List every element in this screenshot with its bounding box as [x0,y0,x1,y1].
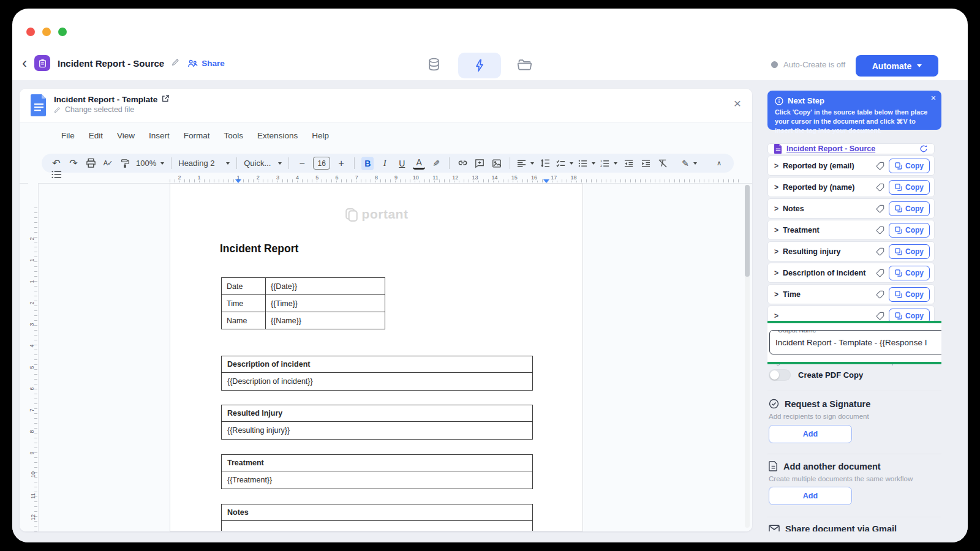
paragraph-style-select[interactable]: Heading 2 [178,159,230,168]
menu-file[interactable]: File [61,131,75,140]
font-select[interactable]: Quick... [244,159,282,168]
undo-icon[interactable]: ↶ [50,157,62,170]
bold-button[interactable]: B [361,157,374,170]
bullet-list-select[interactable] [578,159,595,168]
menu-edit[interactable]: Edit [89,131,103,140]
close-panel-icon[interactable]: × [734,96,741,111]
redo-icon[interactable]: ↷ [67,157,80,170]
expand-chevron-icon[interactable]: > [774,162,778,170]
print-icon[interactable] [85,157,97,170]
copy-tag-button[interactable]: Copy [889,223,930,238]
chevron-down-icon [917,64,922,67]
output-name-field[interactable]: Output Name Incident Report - Template -… [769,330,941,354]
menu-tools[interactable]: Tools [224,131,244,140]
copy-tag-button[interactable]: Copy [889,159,930,173]
automate-button[interactable]: Automate [856,55,938,77]
section-tag: {{Treatment}} [222,471,533,489]
tag-icon[interactable] [876,247,884,256]
tag-icon[interactable] [876,312,884,320]
output-name-label: Output Name [775,330,818,334]
tag-icon[interactable] [876,226,884,234]
create-pdf-toggle[interactable] [769,369,791,381]
copy-tag-button[interactable]: Copy [889,266,930,280]
copy-tag-button[interactable]: Copy [889,244,930,259]
expand-chevron-icon[interactable]: > [774,247,778,256]
section-tag [222,521,533,532]
section-title: Description of incident [222,356,533,373]
automation-step-tab-active[interactable] [458,53,501,78]
source-link[interactable]: Incident Report - Source [786,144,875,153]
minimize-window-button[interactable] [42,28,51,36]
template-tag: {{Time}} [266,295,385,312]
open-external-icon[interactable] [162,94,169,105]
document-page[interactable]: portant Incident Report Date{{Date}} Tim… [170,183,583,531]
menu-insert[interactable]: Insert [149,131,170,140]
close-window-button[interactable] [26,28,35,36]
paint-format-icon[interactable] [119,157,131,170]
menu-extensions[interactable]: Extensions [257,131,298,140]
hide-menus-icon[interactable]: ∧ [713,157,725,170]
expand-chevron-icon[interactable]: > [774,226,778,234]
tag-icon[interactable] [876,162,884,170]
insert-image-icon[interactable] [491,157,503,170]
output-step-icon[interactable] [517,58,533,74]
expand-chevron-icon[interactable]: > [774,183,778,192]
add-document-icon [769,461,778,471]
refresh-icon[interactable] [919,144,928,153]
next-step-title: Next Step [788,96,824,105]
source-field-label: Treatment [783,226,872,234]
source-field-row: > Notes Copy [767,198,935,219]
source-field-label: Resulting injury [783,247,872,256]
share-people-icon[interactable]: Share [187,59,225,68]
expand-chevron-icon[interactable]: > [774,312,778,320]
checklist-select[interactable] [556,159,573,168]
expand-chevron-icon[interactable]: > [774,269,778,277]
insert-link-icon[interactable] [456,157,469,170]
tag-icon[interactable] [876,290,884,299]
menu-format[interactable]: Format [184,131,210,140]
edit-title-icon[interactable] [172,58,180,69]
decrease-indent-icon[interactable] [622,157,635,170]
docs-scrollbar[interactable] [745,185,750,528]
change-selected-file[interactable]: Change selected file [54,105,134,114]
document-panel-header: Incident Report - Template Change select… [20,89,752,122]
clear-formatting-icon[interactable] [657,157,669,170]
menu-help[interactable]: Help [312,131,329,140]
source-step-icon[interactable] [426,57,442,75]
highlight-color-icon[interactable]: ✎ [430,157,442,170]
line-spacing-icon[interactable] [539,157,551,170]
copy-tag-button[interactable]: Copy [889,201,930,216]
add-signature-button[interactable]: Add [769,425,852,443]
horizontal-ruler[interactable]: 21123456789101112131415161718 [20,174,752,184]
editing-mode-select[interactable]: ✎ [682,159,697,168]
increase-indent-icon[interactable] [639,157,652,170]
font-size-input[interactable]: 16 [313,157,330,170]
decrease-font-icon[interactable]: − [296,157,308,170]
expand-chevron-icon[interactable]: > [774,204,778,213]
tag-icon[interactable] [876,269,884,277]
copy-tag-button[interactable]: Copy [889,287,930,302]
maximize-window-button[interactable] [58,28,67,36]
tag-icon[interactable] [876,183,884,192]
add-document-button[interactable]: Add [769,487,852,505]
back-button[interactable]: ‹ [22,56,27,70]
share-button[interactable]: Share [202,59,225,68]
text-color-button[interactable]: A [413,157,425,170]
increase-font-icon[interactable]: + [335,157,347,170]
underline-button[interactable]: U [396,157,408,170]
spellcheck-icon[interactable]: A✓ [102,157,114,170]
document-outline-icon[interactable] [51,170,62,182]
add-comment-icon[interactable] [473,157,486,170]
expand-chevron-icon[interactable]: > [774,290,778,299]
align-select[interactable] [517,159,534,168]
tag-icon[interactable] [876,204,884,213]
italic-button[interactable]: I [379,157,391,170]
copy-icon [895,205,902,212]
copy-tag-button[interactable]: Copy [889,180,930,195]
copy-icon [895,269,902,277]
numbered-list-select[interactable]: 12 [600,159,617,168]
section-title: Treatment [222,455,533,471]
menu-view[interactable]: View [117,131,135,140]
zoom-select[interactable]: 100% [136,159,164,168]
close-banner-icon[interactable]: × [931,93,936,103]
